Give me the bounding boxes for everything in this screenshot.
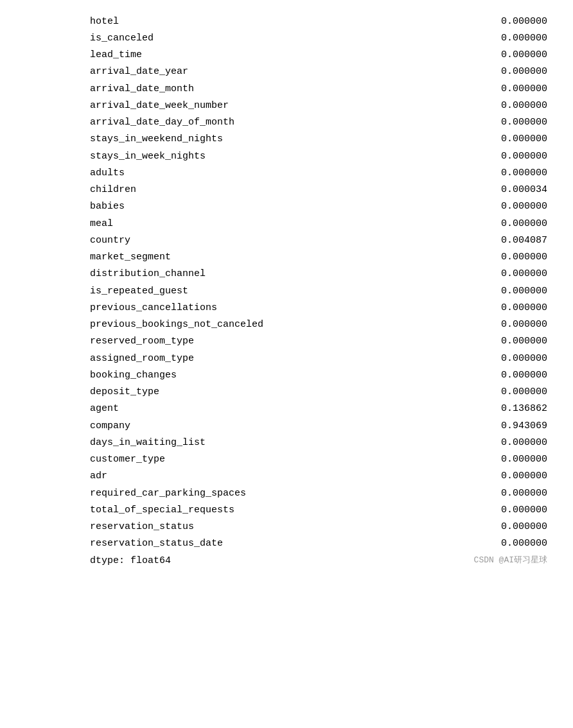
field-name: previous_bookings_not_canceled xyxy=(90,317,360,332)
field-name: assigned_room_type xyxy=(90,351,360,366)
field-value: 0.000000 xyxy=(501,216,573,231)
table-row: deposit_type0.000000 xyxy=(90,384,573,401)
field-value: 0.943069 xyxy=(501,419,573,433)
field-name: deposit_type xyxy=(90,385,360,399)
table-row: days_in_waiting_list0.000000 xyxy=(90,434,573,451)
field-name: adr xyxy=(90,469,360,483)
table-row: booking_changes0.000000 xyxy=(90,367,573,383)
field-name: agent xyxy=(90,401,360,416)
field-name: country xyxy=(90,233,360,248)
field-name: arrival_date_month xyxy=(90,82,360,96)
field-value: 0.000000 xyxy=(501,452,573,467)
field-name: days_in_waiting_list xyxy=(90,435,360,450)
data-table: hotel0.000000is_canceled0.000000lead_tim… xyxy=(90,13,573,569)
field-value: 0.000000 xyxy=(501,115,573,130)
field-name: stays_in_week_nights xyxy=(90,149,360,164)
table-row: arrival_date_day_of_month0.000000 xyxy=(90,114,573,131)
field-name: booking_changes xyxy=(90,368,360,383)
table-row: reservation_status0.000000 xyxy=(90,519,573,535)
table-row: arrival_date_month0.000000 xyxy=(90,80,573,97)
table-row: company0.943069 xyxy=(90,417,573,434)
field-name: total_of_special_requests xyxy=(90,503,360,517)
table-row: previous_cancellations0.000000 xyxy=(90,299,573,316)
dtype-text: dtype: float64 xyxy=(90,553,171,568)
field-name: arrival_date_week_number xyxy=(90,98,360,113)
table-row: is_repeated_guest0.000000 xyxy=(90,282,573,299)
table-row: lead_time0.000000 xyxy=(90,47,573,64)
field-value: 0.004087 xyxy=(501,233,573,248)
output-label xyxy=(0,13,90,569)
table-row: hotel0.000000 xyxy=(90,13,573,30)
field-value: 0.000000 xyxy=(501,503,573,517)
table-row: adults0.000000 xyxy=(90,164,573,181)
watermark: CSDN @AI研习星球 xyxy=(474,554,573,567)
field-name: market_segment xyxy=(90,250,360,264)
field-value: 0.000000 xyxy=(501,14,573,29)
table-row: total_of_special_requests0.000000 xyxy=(90,501,573,518)
field-name: reservation_status_date xyxy=(90,536,360,551)
field-value: 0.136862 xyxy=(501,401,573,416)
field-name: reservation_status xyxy=(90,519,360,534)
field-name: meal xyxy=(90,216,360,231)
table-row: reserved_room_type0.000000 xyxy=(90,333,573,350)
field-value: 0.000000 xyxy=(501,519,573,534)
table-row: adr0.000000 xyxy=(90,468,573,485)
table-row: assigned_room_type0.000000 xyxy=(90,350,573,367)
field-value: 0.000000 xyxy=(501,82,573,96)
field-value: 0.000000 xyxy=(501,266,573,281)
table-row: country0.004087 xyxy=(90,232,573,248)
field-value: 0.000000 xyxy=(501,317,573,332)
field-name: is_canceled xyxy=(90,31,360,46)
field-value: 0.000000 xyxy=(501,486,573,501)
table-row: children0.000034 xyxy=(90,182,573,198)
table-row: arrival_date_year0.000000 xyxy=(90,64,573,80)
field-value: 0.000034 xyxy=(501,182,573,197)
field-value: 0.000000 xyxy=(501,250,573,264)
table-row: customer_type0.000000 xyxy=(90,451,573,468)
field-value: 0.000000 xyxy=(501,536,573,551)
field-name: company xyxy=(90,419,360,433)
table-row: market_segment0.000000 xyxy=(90,249,573,266)
table-row: agent0.136862 xyxy=(90,401,573,417)
field-name: stays_in_weekend_nights xyxy=(90,132,360,146)
field-name: arrival_date_day_of_month xyxy=(90,115,360,130)
field-name: previous_cancellations xyxy=(90,300,360,315)
field-name: hotel xyxy=(90,14,360,29)
field-value: 0.000000 xyxy=(501,132,573,146)
field-name: reserved_room_type xyxy=(90,334,360,349)
field-value: 0.000000 xyxy=(501,385,573,399)
field-name: required_car_parking_spaces xyxy=(90,486,360,501)
field-name: customer_type xyxy=(90,452,360,467)
field-name: adults xyxy=(90,166,360,180)
field-value: 0.000000 xyxy=(501,149,573,164)
field-value: 0.000000 xyxy=(501,48,573,62)
table-row: babies0.000000 xyxy=(90,198,573,215)
table-row: distribution_channel0.000000 xyxy=(90,266,573,282)
field-name: lead_time xyxy=(90,48,360,62)
field-value: 0.000000 xyxy=(501,166,573,180)
table-row: reservation_status_date0.000000 xyxy=(90,535,573,552)
field-name: children xyxy=(90,182,360,197)
field-value: 0.000000 xyxy=(501,284,573,299)
table-row: is_canceled0.000000 xyxy=(90,30,573,46)
field-value: 0.000000 xyxy=(501,64,573,79)
table-row: required_car_parking_spaces0.000000 xyxy=(90,485,573,501)
field-value: 0.000000 xyxy=(501,199,573,214)
table-row: meal0.000000 xyxy=(90,215,573,232)
field-value: 0.000000 xyxy=(501,351,573,366)
field-value: 0.000000 xyxy=(501,435,573,450)
output-block: hotel0.000000is_canceled0.000000lead_tim… xyxy=(0,13,573,569)
field-value: 0.000000 xyxy=(501,31,573,46)
field-value: 0.000000 xyxy=(501,300,573,315)
field-value: 0.000000 xyxy=(501,98,573,113)
field-name: arrival_date_year xyxy=(90,64,360,79)
table-row: arrival_date_week_number0.000000 xyxy=(90,97,573,114)
field-name: is_repeated_guest xyxy=(90,284,360,299)
field-value: 0.000000 xyxy=(501,469,573,483)
table-row: stays_in_week_nights0.000000 xyxy=(90,148,573,164)
field-value: 0.000000 xyxy=(501,334,573,349)
field-value: 0.000000 xyxy=(501,368,573,383)
dtype-row: dtype: float64CSDN @AI研习星球 xyxy=(90,552,573,569)
field-name: distribution_channel xyxy=(90,266,360,281)
table-row: previous_bookings_not_canceled0.000000 xyxy=(90,316,573,333)
